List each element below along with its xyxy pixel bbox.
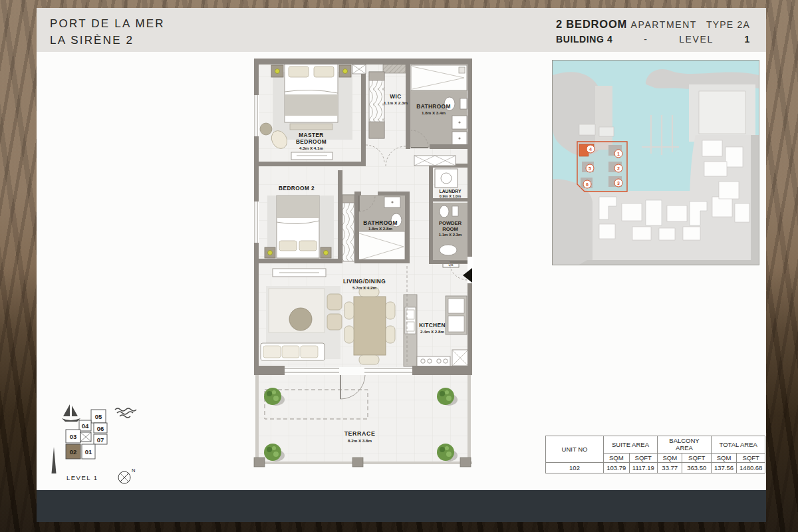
unit-title: 2 BEDROOM APARTMENT TYPE 2A BUILDING 4 -… <box>556 16 750 47</box>
room-label: BEDROOM <box>296 138 327 145</box>
room-label: LIVING/DINING <box>343 278 386 285</box>
room-label: TERRACE <box>344 430 376 437</box>
stove <box>417 356 450 366</box>
subcol-sqft: SQFT <box>629 453 657 462</box>
sailboat-icon <box>62 404 80 422</box>
building-label: BUILDING 4 <box>556 33 612 47</box>
side-table <box>260 123 272 135</box>
unit-number: 04 <box>82 422 89 430</box>
room-dims: 0.9m X 1.0m <box>440 194 461 198</box>
unit-number: 01 <box>85 448 92 456</box>
subcol-sqft: SQFT <box>682 453 712 462</box>
living-dining-furniture <box>261 286 395 364</box>
subcol-sqm: SQM <box>658 453 682 462</box>
room-dims: 4.3m X 4.1m <box>299 146 323 150</box>
lamp-icon <box>268 251 273 255</box>
unit-number-highlighted: 02 <box>70 448 77 456</box>
room-label: KITCHEN <box>419 322 446 329</box>
suite-sqft: 1117.19 <box>629 463 657 473</box>
room-label: BATHROOM <box>363 219 397 226</box>
lamp-icon <box>275 69 280 74</box>
building-marker-3: 3 <box>617 181 620 186</box>
brochure-page: PORT DE LA MER LA SIRÈNE 2 2 BEDROOM APA… <box>37 8 766 490</box>
bedroom2-wardrobe <box>342 195 354 261</box>
room-label: MASTER <box>299 132 323 138</box>
room-dims: 1.1m X 2.3m <box>439 233 462 237</box>
waves-icon <box>115 408 136 418</box>
room-dims: 8.2m X 3.8m <box>348 438 372 443</box>
room-label: LAUNDRY <box>440 189 462 194</box>
room-label: WIC <box>390 93 401 100</box>
key-plan: 05 04 06 03 07 02 01 LEVEL 1 N <box>50 399 156 489</box>
toilet <box>440 205 449 217</box>
unit-no-value: 102 <box>546 463 604 473</box>
unit-number: 03 <box>70 433 77 440</box>
footer-bar <box>37 490 766 522</box>
dining-table <box>354 297 386 355</box>
type-value: TYPE 2A <box>706 18 750 32</box>
tower-icon <box>52 447 57 473</box>
site-map: 4 1 5 2 6 3 <box>552 60 759 265</box>
building-marker-1: 1 <box>617 152 620 156</box>
unit-number: 07 <box>97 436 104 444</box>
table-row: 102 103.79 1117.19 33.77 363.50 137.56 1… <box>546 463 765 473</box>
total-sqm: 137.56 <box>712 463 737 473</box>
level-label: LEVEL 1 <box>66 474 98 481</box>
armchair <box>327 294 342 310</box>
subcol-sqft: SQFT <box>737 453 765 462</box>
balcony-sqm: 33.77 <box>658 463 682 473</box>
suite-sqm: 103.79 <box>604 463 630 473</box>
building-cluster: 4 1 5 2 6 3 <box>577 142 627 192</box>
building-marker-2: 2 <box>617 166 620 171</box>
bathtub <box>356 231 405 262</box>
room-dims: 1.1m X 2.3m <box>384 100 408 105</box>
room-dims: 1.8m X 3.4m <box>422 110 446 115</box>
washing-machine <box>435 169 458 188</box>
level-number: 1 <box>745 33 750 47</box>
kitchen-sink <box>405 307 416 334</box>
compass-icon: N <box>118 467 135 483</box>
building-marker-4: 4 <box>589 147 592 152</box>
subcol-sqm: SQM <box>604 453 630 462</box>
balcony-sqft: 363.50 <box>682 463 712 473</box>
room-dims: 5.7m X 4.2m <box>352 285 376 290</box>
room-label: ROOM <box>442 226 458 232</box>
unit-number: 06 <box>97 425 104 432</box>
shower <box>411 65 467 90</box>
building-marker-5: 5 <box>589 166 591 171</box>
armchair <box>327 314 342 330</box>
room-dims: 1.8m X 2.8m <box>368 226 392 231</box>
area-table: UNIT NO SUITE AREA BALCONY AREA TOTAL AR… <box>545 436 765 473</box>
unit-number: 05 <box>95 413 102 420</box>
dash-separator: - <box>644 33 648 47</box>
project-name: PORT DE LA MER <box>50 16 165 33</box>
project-subname: LA SIRÈNE 2 <box>50 33 165 49</box>
project-title: PORT DE LA MER LA SIRÈNE 2 <box>50 16 165 49</box>
col-suite-area: SUITE AREA <box>604 436 658 454</box>
subcol-sqm: SQM <box>712 453 737 462</box>
header-band: PORT DE LA MER LA SIRÈNE 2 2 BEDROOM APA… <box>37 8 766 52</box>
room-dims: 2.4m X 2.8m <box>420 329 444 334</box>
coffee-table <box>289 308 312 331</box>
level-word: LEVEL <box>679 33 714 47</box>
total-sqft: 1480.68 <box>737 463 765 473</box>
sink <box>440 245 457 255</box>
apartment-word: APARTMENT <box>631 18 697 32</box>
lamp-icon <box>343 69 348 74</box>
col-total-area: TOTAL AREA <box>712 436 765 454</box>
building-marker-6: 6 <box>586 182 589 187</box>
room-label: POWDER <box>439 220 462 226</box>
unit-type: 2 BEDROOM <box>556 16 627 33</box>
lamp-icon <box>324 251 329 255</box>
key-plan-units: 05 04 06 03 07 02 01 <box>66 410 107 459</box>
room-label: BATHROOM <box>416 103 450 110</box>
floor-plan: DB <box>253 59 473 481</box>
room-label: BEDROOM 2 <box>279 185 315 192</box>
compass-n-label: N <box>132 467 135 473</box>
col-balcony-area: BALCONY AREA <box>658 436 712 454</box>
col-unit-no: UNIT NO <box>546 436 604 463</box>
